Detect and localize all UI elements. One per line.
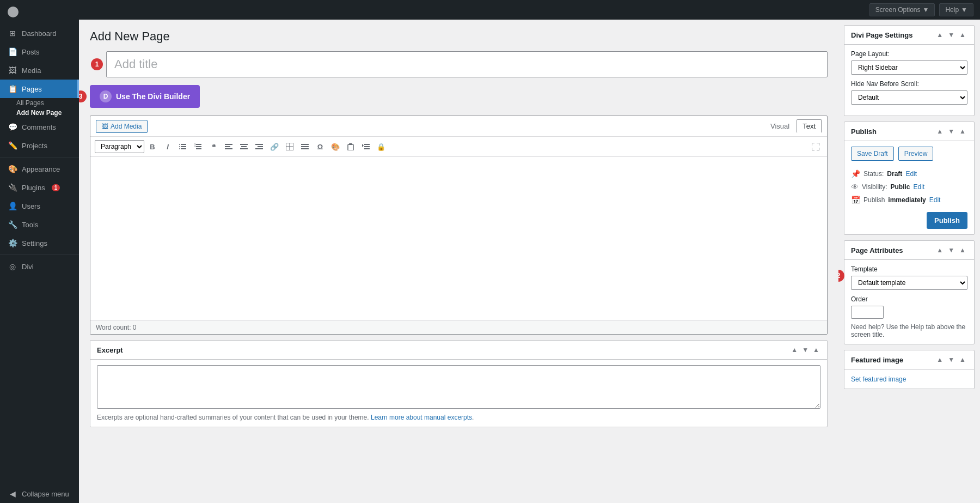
svg-rect-7 [196, 146, 201, 147]
color-button[interactable]: 🎨 [328, 140, 342, 154]
step-2-badge: 2 [838, 270, 844, 282]
media-add-icon: 🖼 [102, 123, 108, 130]
help-button[interactable]: Help ▼ [939, 3, 973, 16]
publish-info: 📌 Status: Draft Edit 👁 Visibility: Publi… [851, 167, 967, 207]
unordered-list-button[interactable] [176, 140, 190, 154]
add-media-button[interactable]: 🖼 Add Media [96, 120, 148, 133]
sidebar-item-dashboard[interactable]: ⊞ Dashboard [0, 24, 79, 43]
publish-time-edit-link[interactable]: Edit [929, 196, 941, 204]
sidebar-divider-2 [0, 254, 79, 255]
align-center-button[interactable] [237, 140, 251, 154]
visibility-edit-link[interactable]: Edit [913, 183, 924, 191]
link-button[interactable]: 🔗 [267, 140, 281, 154]
divi-settings-panel: Divi Page Settings ▲ ▼ ▲ Page Layout: Ri… [844, 25, 975, 116]
set-featured-image-link[interactable]: Set featured image [851, 375, 906, 383]
preview-button[interactable]: Preview [898, 147, 934, 161]
excerpt-learn-more-link[interactable]: Learn more about manual excerpts [371, 414, 472, 421]
screen-options-button[interactable]: Screen Options ▼ [869, 3, 935, 16]
status-edit-link[interactable]: Edit [905, 170, 917, 178]
comments-icon: 💬 [8, 122, 17, 132]
tab-visual[interactable]: Visual [764, 119, 795, 133]
align-right-button[interactable] [252, 140, 266, 154]
sidebar-item-pages[interactable]: 📋 Pages [0, 80, 79, 98]
excerpt-down-button[interactable]: ▼ [801, 345, 810, 355]
order-input[interactable]: 0 [851, 306, 884, 319]
svg-rect-29 [364, 146, 370, 147]
paragraph-select[interactable]: Paragraph Heading 1 Heading 2 Heading 3 [95, 140, 144, 153]
publish-down[interactable]: ▼ [946, 126, 956, 136]
align-left-button[interactable] [222, 140, 236, 154]
publish-header: Publish ▲ ▼ ▲ [844, 122, 974, 141]
divi-settings-down[interactable]: ▼ [946, 30, 956, 40]
publish-close[interactable]: ▲ [958, 126, 967, 136]
template-label: Template [851, 265, 967, 273]
sidebar-sub-all-pages[interactable]: All Pages [0, 98, 79, 108]
page-attr-up[interactable]: ▲ [935, 245, 945, 255]
page-title-input[interactable] [106, 51, 828, 77]
bold-button[interactable]: B [145, 140, 160, 154]
sidebar-item-appearance[interactable]: 🎨 Appearance [0, 160, 79, 178]
sidebar-item-settings[interactable]: ⚙️ Settings [0, 234, 79, 252]
ordered-list-button[interactable]: 1.2. [191, 140, 205, 154]
indent-button[interactable] [359, 140, 373, 154]
tab-text[interactable]: Text [797, 119, 822, 133]
publish-up[interactable]: ▲ [935, 126, 945, 136]
sidebar-item-tools[interactable]: 🔧 Tools [0, 215, 79, 234]
excerpt-header[interactable]: Excerpt ▲ ▼ ▲ [90, 341, 827, 360]
svg-rect-15 [241, 146, 247, 147]
fullscreen-button[interactable] [808, 140, 823, 154]
order-label: Order [851, 295, 967, 303]
featured-image-down[interactable]: ▼ [946, 355, 956, 365]
sidebar-item-media[interactable]: 🖼 Media [0, 61, 79, 80]
editor-content[interactable] [90, 157, 827, 320]
chevron-down-icon: ▼ [923, 6, 929, 14]
featured-image-up[interactable]: ▲ [935, 355, 945, 365]
calendar-icon: 📅 [851, 196, 860, 204]
page-attr-down[interactable]: ▼ [946, 245, 956, 255]
blockquote-button[interactable]: ❝ [206, 140, 220, 154]
sidebar-sub-add-new-page[interactable]: Add New Page [0, 108, 79, 118]
page-layout-select[interactable]: Right SidebarLeft SidebarFull WidthNo Si… [851, 60, 967, 75]
sidebar-item-posts[interactable]: 📄 Posts [0, 43, 79, 61]
divi-settings-close[interactable]: ▲ [958, 30, 967, 40]
italic-button[interactable]: I [161, 140, 175, 154]
save-draft-button[interactable]: Save Draft [851, 147, 894, 161]
publish-time-value: immediately [888, 196, 926, 204]
sidebar-item-projects[interactable]: ✏️ Projects [0, 136, 79, 155]
lock-button[interactable]: 🔒 [374, 140, 388, 154]
divi-icon: ◎ [8, 262, 17, 271]
divi-settings-title: Divi Page Settings [851, 31, 912, 39]
excerpt-textarea[interactable] [97, 365, 820, 409]
divi-settings-up[interactable]: ▲ [935, 30, 945, 40]
sidebar-item-users[interactable]: 👤 Users [0, 197, 79, 215]
word-count: Word count: 0 [90, 320, 827, 334]
plugins-icon: 🔌 [8, 183, 17, 192]
hide-nav-select[interactable]: DefaultYesNo [851, 90, 967, 105]
svg-rect-30 [364, 148, 370, 149]
excerpt-up-button[interactable]: ▲ [790, 345, 799, 355]
excerpt-controls: ▲ ▼ ▲ [790, 345, 820, 355]
publish-body: Save Draft Preview 📌 Status: Draft Edit … [844, 141, 974, 234]
sidebar-item-divi[interactable]: ◎ Divi [0, 257, 79, 276]
sidebar-item-comments[interactable]: 💬 Comments [0, 118, 79, 136]
page-attr-close[interactable]: ▲ [958, 245, 967, 255]
special-char-button[interactable]: Ω [313, 140, 327, 154]
svg-rect-11 [225, 144, 232, 145]
right-sidebar: Divi Page Settings ▲ ▼ ▲ Page Layout: Ri… [838, 20, 980, 503]
sidebar-item-collapse[interactable]: ◀ Collapse menu [0, 484, 79, 503]
template-select[interactable]: Default template [851, 276, 967, 290]
svg-rect-18 [258, 146, 263, 147]
status-row: 📌 Status: Draft Edit [851, 167, 967, 180]
more-toolbar-button[interactable] [298, 140, 312, 154]
use-divi-builder-button[interactable]: D Use The Divi Builder [90, 85, 200, 108]
svg-rect-26 [348, 144, 353, 150]
sidebar-item-plugins[interactable]: 🔌 Plugins 1 [0, 178, 79, 197]
svg-rect-25 [301, 148, 309, 149]
svg-rect-1 [181, 146, 186, 147]
publish-button[interactable]: Publish [927, 212, 967, 229]
featured-image-close[interactable]: ▲ [958, 355, 967, 365]
svg-marker-31 [362, 144, 364, 147]
insert-table-button[interactable] [283, 140, 297, 154]
excerpt-close-button[interactable]: ▲ [812, 345, 820, 355]
paste-button[interactable] [344, 140, 358, 154]
